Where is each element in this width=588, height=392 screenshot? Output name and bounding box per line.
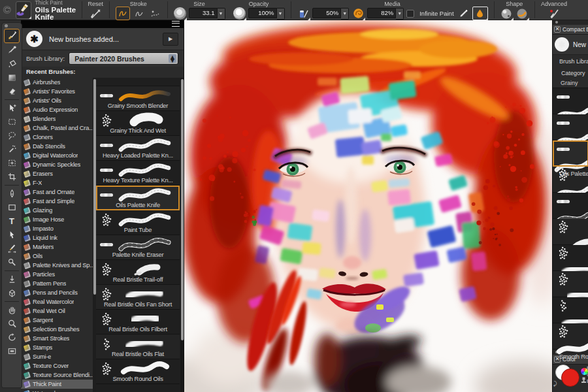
brush-category-item[interactable]: F-X xyxy=(21,178,96,188)
brush-category-item[interactable]: Selection Brushes xyxy=(21,325,96,334)
current-brush-icon[interactable] xyxy=(16,1,31,19)
advanced-brush-button[interactable] xyxy=(547,7,561,20)
brush-variant-item[interactable]: Real Bristle Trail-off xyxy=(96,260,180,285)
tool-rect-shape[interactable] xyxy=(5,201,19,214)
opacity-dab-icon[interactable] xyxy=(233,7,246,20)
brush-category-item[interactable]: Image Hose xyxy=(21,215,96,224)
select-stepper-icon[interactable]: ▲▼ xyxy=(169,54,176,63)
brush-category-item[interactable]: Cloners xyxy=(21,133,96,142)
tool-pen[interactable] xyxy=(5,188,19,201)
brush-category-item[interactable]: Fast and Simple xyxy=(21,197,96,206)
swap-colors-icon[interactable]: ⤸ xyxy=(553,380,557,387)
tool-magnifier[interactable] xyxy=(5,318,19,331)
brush-category-item[interactable]: Pens and Pencils xyxy=(21,288,96,297)
media-flow-dropdown[interactable]: ▼ xyxy=(341,8,349,20)
size-dab-icon[interactable] xyxy=(174,7,186,20)
brush-category-item[interactable]: Artists' Favorites xyxy=(21,87,96,96)
brush-variant-item[interactable]: Real Bristle Oils Fan Short xyxy=(96,285,180,310)
brush-variant-item[interactable]: Heavy Loaded Palette Kn... xyxy=(96,136,180,161)
stamp-icon[interactable] xyxy=(581,377,587,384)
brush-variant-item[interactable]: Oils Palette Knife xyxy=(96,186,180,210)
tool-eraser[interactable] xyxy=(5,85,19,98)
tool-divine-proportion[interactable] xyxy=(5,273,19,286)
brush-variant-item[interactable]: Heavy Texture Palette Kn... xyxy=(96,161,180,186)
brush-category-item[interactable]: Artists' Oils xyxy=(21,96,96,105)
brush-category-item[interactable]: Pattern Pens xyxy=(21,279,96,288)
tool-mirror-painting[interactable] xyxy=(5,242,19,255)
variant-scrollbar[interactable] xyxy=(180,78,184,392)
tool-rect-select[interactable] xyxy=(5,116,19,129)
media-blend-dropdown[interactable]: ▼ xyxy=(396,8,404,20)
brush-variant-item[interactable]: Real Bristle Oils Flat xyxy=(96,335,180,359)
media-flow-field[interactable]: 50% xyxy=(312,8,341,18)
size-dropdown-button[interactable]: ▼ xyxy=(218,8,225,20)
brush-category-item[interactable]: Blenders xyxy=(21,114,96,123)
brush-category-item[interactable]: Oils xyxy=(21,252,96,261)
brush-variant-item[interactable]: Smooth Round Oils xyxy=(96,359,180,384)
tool-navigator[interactable] xyxy=(5,345,19,358)
media-liquid-icon[interactable] xyxy=(297,7,310,20)
close-icon[interactable]: ✕ xyxy=(554,26,561,33)
brush-variant-item[interactable]: Heavy Texture Palette Kn... xyxy=(553,114,588,140)
brush-variant-item[interactable]: Smooth Round Oils xyxy=(553,323,588,350)
banner-next-button[interactable]: ▶ xyxy=(163,33,178,46)
brush-category-item[interactable]: Real Wet Oil xyxy=(21,306,96,316)
brush-category-item[interactable]: Digital Watercolor xyxy=(21,151,96,160)
stroke-dab-button[interactable] xyxy=(148,7,161,20)
tool-magic-wand[interactable] xyxy=(5,143,19,156)
brush-category-item[interactable]: Dab Stencils xyxy=(21,142,96,151)
brush-variant-item[interactable]: Real Bristle Oils Fan Short xyxy=(553,245,588,271)
tool-transform[interactable] xyxy=(5,157,19,170)
brush-category-item[interactable]: Impasto xyxy=(21,224,96,233)
brush-library-select[interactable]: Painter 2020 Brushes ▲▼ xyxy=(69,52,178,65)
shape-sphere-icon[interactable] xyxy=(500,7,513,20)
main-color-swatch[interactable] xyxy=(561,368,580,387)
shape-dab-profile-icon[interactable] xyxy=(515,7,529,20)
media-droplet-button[interactable] xyxy=(472,7,488,20)
size-value-field[interactable]: 33.1 xyxy=(189,8,218,18)
brush-category-item[interactable]: Fast and Ornate xyxy=(21,188,96,197)
brush-variant-item[interactable]: Real Bristle Oils Flat xyxy=(553,297,588,323)
opacity-value-field[interactable]: 100% xyxy=(248,8,277,18)
brush-category-item[interactable]: Audio Expression xyxy=(21,105,96,114)
brush-category-item[interactable]: Sargent xyxy=(21,316,96,325)
brush-reset-circle-icon[interactable] xyxy=(3,3,12,16)
tool-grabber[interactable] xyxy=(5,304,19,317)
tool-lasso[interactable] xyxy=(5,129,19,142)
brush-category-item[interactable]: Watercolor xyxy=(21,389,96,392)
compact-brush-tab[interactable]: ✕ Compact Brush xyxy=(553,25,588,35)
brush-variant-item[interactable]: Real Bristle Oils Filbert xyxy=(96,310,180,335)
brush-category-item[interactable]: Markers xyxy=(21,242,96,252)
brush-category-item[interactable]: Particles xyxy=(21,270,96,279)
tool-paint-bucket[interactable] xyxy=(5,57,19,71)
brush-category-item[interactable]: Sumi-e xyxy=(21,352,96,361)
stroke-straight-button[interactable] xyxy=(133,7,146,20)
brush-category-item[interactable]: Erasers xyxy=(21,169,96,178)
brush-variant-item[interactable]: Oils Palette Knife xyxy=(553,140,588,167)
new-brushes-banner[interactable]: ✱ New brushes added... ▶ xyxy=(21,28,184,50)
brush-category-item[interactable]: Liquid Ink xyxy=(21,233,96,242)
brush-category-item[interactable]: Texture Source Blendi... xyxy=(21,370,96,380)
infinite-paint-checkbox[interactable] xyxy=(406,10,414,18)
brush-category-item[interactable]: Palette Knives and Sp... xyxy=(21,261,96,270)
brush-variant-item[interactable]: Palette Knife Eraser xyxy=(553,193,588,219)
brush-variant-item[interactable]: Real Bristle Oils Filbert xyxy=(553,271,588,297)
tool-text[interactable]: T xyxy=(5,215,19,228)
brush-variant-item[interactable]: Real Bristle Trail-off xyxy=(553,219,588,245)
brush-category-item[interactable]: Dynamic Speckles xyxy=(21,160,96,169)
media-blend-field[interactable]: 82% xyxy=(367,8,396,18)
tool-perspective-grid[interactable] xyxy=(5,287,19,300)
brush-category-item[interactable]: Smart Strokes xyxy=(21,334,96,343)
canvas-area[interactable] xyxy=(184,20,552,392)
tool-dropper[interactable] xyxy=(5,44,19,57)
stroke-freehand-button[interactable] xyxy=(116,7,130,20)
tool-crop[interactable] xyxy=(5,171,19,184)
tool-quick-clone[interactable] xyxy=(5,256,19,269)
compact-panel-grip[interactable] xyxy=(553,20,588,25)
brush-category-item[interactable]: Texture Cover xyxy=(21,361,96,370)
brush-variant-item[interactable]: Grainy Smooth Blender xyxy=(96,86,180,111)
opacity-dropdown-button[interactable]: ▼ xyxy=(277,8,285,20)
brush-category-item[interactable]: Glazing xyxy=(21,206,96,215)
tool-rotate-page[interactable] xyxy=(5,331,19,344)
brush-category-item[interactable]: Airbrushes xyxy=(21,78,96,87)
